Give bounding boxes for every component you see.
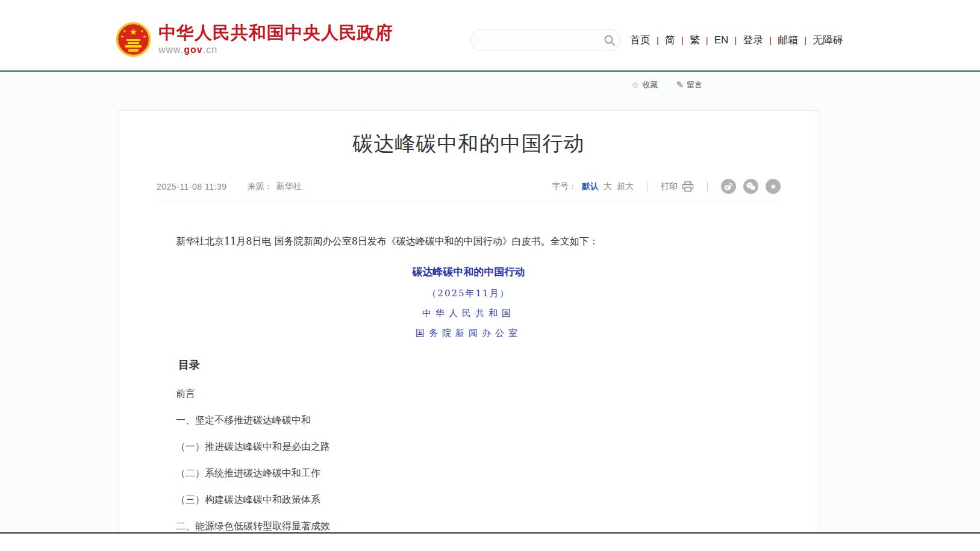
quick-actions: ☆ 收藏 ✎ 留言 [631, 79, 702, 90]
divider [647, 182, 648, 191]
site-header: ★ ★ ★ ★ ★ 中华人民共和国中央人民政府 www.gov.cn [0, 0, 980, 72]
toc-item-section2: 二、能源绿色低碳转型取得显著成效 [157, 521, 781, 531]
nav-divider: | [681, 35, 684, 45]
font-size-label: 字号： [552, 181, 577, 192]
share-weibo-button[interactable] [721, 179, 736, 194]
svg-text:★: ★ [140, 29, 144, 33]
whitepaper-date: （2025年11月） [157, 288, 781, 299]
site-url-gov: gov [184, 45, 202, 55]
search-box [470, 29, 620, 51]
message-button[interactable]: ✎ 留言 [676, 79, 702, 90]
source-name: 新华社 [276, 181, 301, 191]
document-body: 新华社北京11月8日电 国务院新闻办公室8日发布《碳达峰碳中和的中国行动》白皮书… [157, 234, 781, 532]
site-title: 中华人民共和国中央人民政府 [158, 22, 393, 43]
nav-divider: | [734, 35, 737, 45]
article-card: 碳达峰碳中和的中国行动 2025-11-08 11:39 来源：新华社 字号： … [118, 110, 819, 532]
star-icon: ★ [770, 182, 777, 190]
nav-item-english[interactable]: EN [714, 34, 729, 46]
weibo-icon [723, 181, 734, 191]
font-size-large-button[interactable]: 大 [604, 181, 612, 192]
whitepaper-org-line1: 中华人民共和国 [157, 308, 781, 319]
nav-divider: | [706, 35, 708, 45]
share-wechat-button[interactable] [743, 179, 758, 194]
logo-text: 中华人民共和国中央人民政府 www.gov.cn [158, 22, 393, 55]
toc-heading: 目录 [157, 358, 781, 372]
toc-item-section1-1: （一）推进碳达峰碳中和是必由之路 [157, 441, 781, 452]
nav-item-mail[interactable]: 邮箱 [777, 33, 799, 47]
nav-item-accessibility[interactable]: 无障碍 [812, 33, 844, 47]
search-icon [604, 34, 616, 46]
nav-divider: | [657, 35, 659, 45]
nav-item-login[interactable]: 登录 [742, 33, 764, 47]
nav-divider: | [804, 35, 807, 45]
nav-divider: | [769, 35, 772, 45]
bottom-border [0, 532, 980, 534]
favorite-label: 收藏 [642, 79, 658, 90]
print-label: 打印 [661, 181, 678, 192]
lead-paragraph: 新华社北京11月8日电 国务院新闻办公室8日发布《碳达峰碳中和的中国行动》白皮书… [157, 234, 781, 249]
font-size-default-button[interactable]: 默认 [582, 181, 599, 192]
site-logo[interactable]: ★ ★ ★ ★ ★ 中华人民共和国中央人民政府 www.gov.cn [116, 22, 393, 57]
top-nav: 首页 | 简 | 繁 | EN | 登录 | 邮箱 | 无障碍 [629, 33, 844, 47]
share-group: ★ [721, 179, 781, 194]
source-label: 来源： [247, 181, 272, 191]
nav-item-home[interactable]: 首页 [629, 33, 651, 47]
toc-item-section1-2: （二）系统推进碳达峰碳中和工作 [157, 468, 781, 478]
message-label: 留言 [687, 79, 702, 90]
svg-text:★: ★ [130, 26, 137, 37]
national-emblem-icon: ★ ★ ★ ★ ★ [116, 22, 151, 57]
nav-item-simplified[interactable]: 简 [664, 33, 676, 47]
site-url: www.gov.cn [158, 45, 393, 55]
toc-item-preface: 前言 [157, 388, 781, 399]
site-url-cn: .cn [203, 45, 217, 55]
page: ★ ★ ★ ★ ★ 中华人民共和国中央人民政府 www.gov.cn [0, 0, 980, 551]
svg-text:★: ★ [120, 34, 124, 39]
toc-item-section1: 一、坚定不移推进碳达峰碳中和 [157, 415, 781, 425]
share-qzone-button[interactable]: ★ [766, 179, 781, 194]
article-meta-row: 2025-11-08 11:39 来源：新华社 字号： 默认 大 超大 打印 [157, 179, 781, 202]
site-url-www: www. [158, 45, 184, 55]
nav-item-traditional[interactable]: 繁 [689, 33, 701, 47]
divider [707, 182, 708, 191]
article-title: 碳达峰碳中和的中国行动 [157, 130, 781, 158]
wechat-icon [746, 181, 756, 191]
whitepaper-org-line2: 国务院新闻办公室 [157, 328, 781, 339]
svg-text:★: ★ [143, 34, 146, 39]
star-outline-icon: ☆ [631, 79, 639, 90]
toc-item-section1-3: （三）构建碳达峰碳中和政策体系 [157, 494, 781, 505]
search-button[interactable] [599, 30, 620, 51]
print-button[interactable]: 打印 [661, 181, 694, 192]
pencil-icon: ✎ [676, 79, 684, 90]
font-size-xlarge-button[interactable]: 超大 [617, 181, 634, 192]
publish-date: 2025-11-08 11:39 [157, 182, 226, 191]
source: 来源：新华社 [247, 181, 301, 192]
printer-icon [682, 181, 694, 192]
whitepaper-title: 碳达峰碳中和的中国行动 [157, 265, 781, 279]
svg-text:★: ★ [123, 29, 126, 33]
search-input[interactable] [471, 30, 599, 51]
favorite-button[interactable]: ☆ 收藏 [631, 79, 658, 90]
article-tools: 字号： 默认 大 超大 打印 [552, 179, 781, 194]
